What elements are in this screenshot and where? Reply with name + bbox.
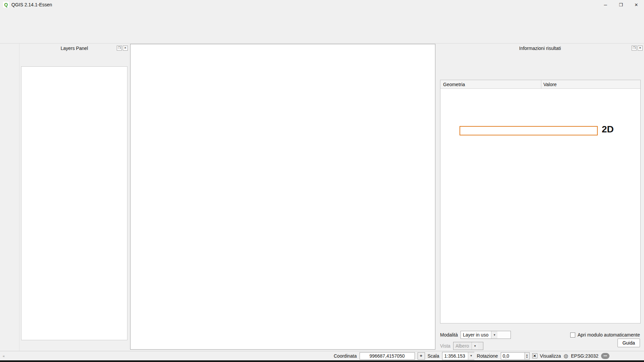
layers-panel-title: Layers Panel ❒ ✕	[19, 44, 129, 52]
auto-open-label: Apri modulo automaticamente	[578, 332, 640, 338]
panel-float-icon[interactable]: ❒	[117, 46, 122, 51]
maximize-button[interactable]: ❒	[613, 0, 629, 9]
window-title: QGIS 2.14.1-Essen	[11, 2, 52, 7]
help-button[interactable]: Guida	[618, 339, 640, 347]
crs-status[interactable]: EPSG:23032	[571, 353, 598, 359]
scale-label: Scala	[428, 353, 439, 359]
mode-combo[interactable]: Layer in uso ▼	[461, 331, 511, 339]
view-label: Vista	[440, 343, 450, 349]
coordinate-value: 996687,4157050	[369, 353, 405, 359]
crs-globe-icon: ◍	[564, 353, 568, 359]
main-area: Layers Panel ❒ ✕ Informazioni risultati …	[0, 44, 644, 351]
tin-map	[130, 44, 435, 349]
title-bar: Q QGIS 2.14.1-Essen ─ ❒ ✕	[0, 0, 644, 9]
identify-panel-title-text: Informazioni risultati	[519, 46, 561, 51]
chevron-down-icon: ▼	[491, 331, 497, 339]
layers-panel-toolbar	[19, 52, 129, 56]
view-combo[interactable]: Albero ▼	[453, 342, 483, 350]
scale-combo[interactable]: 1:356.153 ▼	[442, 352, 474, 360]
panel-close-icon[interactable]: ✕	[123, 46, 128, 51]
close-button[interactable]: ✕	[629, 0, 644, 9]
toolbar-main	[0, 18, 644, 31]
identify-results-panel: Informazioni risultati ❒ ✕ Geometria Val…	[436, 44, 644, 350]
render-checkbox[interactable]: ✕	[532, 353, 537, 358]
column-valore[interactable]: Valore	[541, 82, 556, 87]
coordinate-input[interactable]: 996687,4157050	[360, 352, 415, 360]
layers-panel-title-text: Layers Panel	[61, 46, 88, 51]
coordinate-label: Coordinata	[334, 353, 357, 359]
chevron-down-icon: ▼	[468, 352, 474, 360]
view-combo-value: Albero	[455, 343, 469, 349]
left-tool-strip	[0, 44, 19, 351]
panel-close-icon[interactable]: ✕	[638, 46, 643, 51]
window-controls: ─ ❒ ✕	[598, 0, 644, 9]
status-bar: « Coordinata 996687,4157050 ⌖ Scala 1:35…	[0, 351, 644, 360]
rotation-value: 0,0	[503, 353, 509, 359]
identify-toolbar	[436, 52, 644, 57]
rotation-input[interactable]: 0,0	[501, 352, 525, 360]
identify-results-table: Geometria Valore	[440, 80, 641, 323]
render-label: Visualizza	[540, 353, 561, 359]
auto-open-checkbox[interactable]	[570, 333, 575, 338]
messages-bubble-icon[interactable]: •••	[601, 353, 609, 359]
annotation-2d: 2D	[602, 124, 614, 135]
rotation-spinner[interactable]: ▲▼	[525, 352, 530, 360]
mode-label: Modalità	[440, 332, 458, 338]
toolbar-editing	[0, 31, 644, 44]
window-bottom-edge	[0, 360, 644, 362]
chevron-down-icon: ▼	[472, 342, 478, 350]
qgis-logo-icon: Q	[3, 2, 9, 8]
layers-tree	[21, 66, 127, 340]
mode-combo-value: Layer in uso	[463, 332, 488, 338]
table-header: Geometria Valore	[440, 80, 640, 89]
statusbar-overflow-icon[interactable]: «	[3, 354, 5, 358]
panel-float-icon[interactable]: ❒	[632, 46, 637, 51]
identify-panel-title: Informazioni risultati ❒ ✕	[436, 44, 644, 52]
map-canvas[interactable]	[130, 44, 435, 350]
scale-value: 1:356.153	[444, 353, 465, 359]
mouse-position-toggle-icon[interactable]: ⌖	[418, 352, 425, 360]
layers-panel: Layers Panel ❒ ✕	[19, 44, 129, 350]
column-geometria[interactable]: Geometria	[440, 80, 541, 88]
rotation-label: Rotazione	[477, 353, 498, 359]
minimize-button[interactable]: ─	[598, 0, 613, 9]
menu-bar	[0, 9, 644, 18]
